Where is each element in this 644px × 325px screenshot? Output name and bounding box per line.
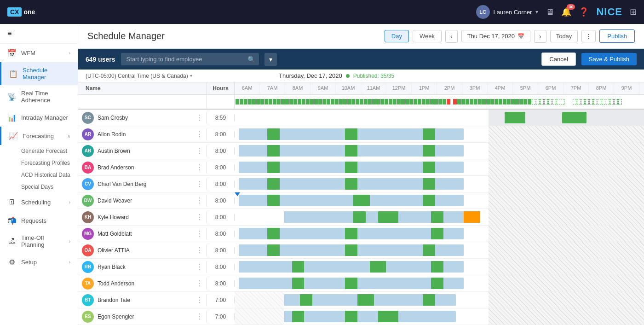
emp-dots-oa[interactable]: ⋮ [196,246,203,255]
tz-dropdown-arrow: ▾ [190,73,192,78]
employee-row-brandon-tate: BT Brandon Tate ⋮ 7:00 [78,292,644,308]
emp-dots-mg[interactable]: ⋮ [196,229,203,238]
emp-name-ba: Brad Anderson [98,164,192,171]
forecasting-arrow-icon: ∧ [67,133,70,139]
time-headers: 6AM 7AM 8AM 9AM 10AM 11AM 12PM 1PM 2PM 3… [235,82,644,94]
sidebar-item-time-off[interactable]: 🏖 Time-Off Planning › [0,230,78,253]
emp-dots-ta[interactable]: ⋮ [196,279,203,288]
save-publish-button[interactable]: Save & Publish [581,53,637,65]
avatar-sc: SC [82,112,94,124]
sidebar-sub-generate-forecast[interactable]: Generate Forecast [0,145,78,157]
sidebar-item-scheduling[interactable]: 🗓 Scheduling › [0,193,78,211]
emp-dots-ab[interactable]: ⋮ [196,146,203,155]
emp-timeline-ab [235,143,644,159]
sidebar-item-wfm[interactable]: 📅 WFM › [0,44,78,62]
coverage-bars [235,95,644,109]
content-area: Schedule Manager Day Week ‹ Thu Dec 17, … [78,24,644,325]
monitor-icon[interactable]: 🖥 [546,7,554,17]
calendar-icon: 📅 [518,33,524,40]
help-icon[interactable]: ❓ [579,7,589,17]
timezone-selector[interactable]: (UTC-05:00) Central Time (US & Canada) ▾ [86,73,279,79]
emp-dots-sam[interactable]: ⋮ [196,113,203,122]
emp-timeline-rb [235,259,644,275]
sidebar-item-intraday[interactable]: 📊 Intraday Manager [0,108,78,127]
top-navigation: CX one LC Lauren Corner ▾ 🖥 🔔 30 ❓ NICE … [0,0,644,24]
sidebar-item-forecasting[interactable]: 📈 Forecasting ∧ [0,127,78,145]
time-3pm: 3PM [462,82,488,94]
schedule-manager-icon: 📋 [9,69,18,78]
sidebar-label-setup: Setup [21,259,37,266]
sub-date-text: Thursday, Dec 17, 2020 [279,72,342,79]
user-menu[interactable]: LC Lauren Corner ▾ [476,5,539,19]
bell-icon[interactable]: 🔔 30 [561,7,571,17]
emp-dots-ar[interactable]: ⋮ [196,130,203,139]
prev-nav-button[interactable]: ‹ [445,30,458,43]
emp-dots-ba[interactable]: ⋮ [196,163,203,172]
emp-dots-bt[interactable]: ⋮ [196,296,203,304]
employee-row-austin-brown: AB Austin Brown ⋮ 8:00 [78,143,644,159]
emp-name-kh: Kyle Howard [98,214,192,221]
emp-dots-dw[interactable]: ⋮ [196,196,203,205]
emp-name-ab: Austin Brown [98,148,192,154]
emp-name-col-ab: AB Austin Brown ⋮ [78,145,207,157]
hamburger-menu[interactable]: ≡ [0,24,78,44]
sidebar-item-schedule-manager[interactable]: 📋 Schedule Manager [0,62,78,85]
published-dot [346,74,350,78]
time-7pm: 7PM [564,82,589,94]
scheduling-icon: 🗓 [7,197,17,207]
sidebar: ≡ 📅 WFM › 📋 Schedule Manager 📡 Real Time… [0,24,78,325]
emp-name-bt: Brandon Tate [98,297,192,303]
emp-timeline-bt [235,292,644,308]
schedule-area: 649 users 🔍 ▾ Cancel Save & Publish (UTC… [78,49,644,325]
timeline-wrapper[interactable]: (UTC-05:00) Central Time (US & Canada) ▾… [78,70,644,325]
emp-name-col-bt: BT Brandon Tate ⋮ [78,294,207,306]
setup-arrow-icon: › [69,260,70,265]
emp-timeline-ta [235,275,644,291]
next-nav-button[interactable]: › [534,30,546,43]
sidebar-label-time-off: Time-Off Planning [21,234,64,248]
employee-row-matt-goldblatt: MG Matt Goldblatt ⋮ 8:00 [78,226,644,242]
sidebar-item-setup[interactable]: ⚙ Setup › [0,253,78,271]
emp-hours-oa: 8:00 [207,247,235,254]
sidebar-sub-acd-historical[interactable]: ACD Historical Data [0,169,78,181]
publish-button[interactable]: Publish [599,29,635,43]
emp-dots-kh[interactable]: ⋮ [196,213,203,221]
emp-name-ar: Allon Rodin [98,131,192,138]
avatar-rb: RB [82,261,94,273]
sidebar-sub-special-days[interactable]: Special Days [0,181,78,193]
emp-hours-dw: 8:00 [207,197,235,204]
avatar-es: ES [82,311,94,323]
sidebar-item-real-time[interactable]: 📡 Real Time Adherence [0,85,78,108]
emp-dots-rb[interactable]: ⋮ [196,262,203,271]
emp-timeline-ar [235,126,644,142]
sidebar-sub-forecasting-profiles[interactable]: Forecasting Profiles [0,157,78,169]
emp-hours-sam: 8:59 [207,115,235,121]
sidebar-label-real-time: Real Time Adherence [21,90,70,104]
grid-icon[interactable]: ⊞ [630,7,637,17]
nav-left: CX one [7,7,35,17]
filter-button[interactable]: ▾ [264,53,277,66]
emp-hours-mg: 8:00 [207,231,235,237]
search-input[interactable] [121,53,259,65]
emp-dots-es[interactable]: ⋮ [196,312,203,321]
day-view-button[interactable]: Day [385,30,409,42]
sidebar-item-requests[interactable]: 📬 Requests [0,211,78,230]
emp-name-cv: Charl Van Den Berg [98,181,192,187]
week-view-button[interactable]: Week [413,30,442,42]
sam-block-1 [505,112,525,123]
emp-name-col-es: ES Egon Spengler ⋮ [78,311,207,323]
user-avatar: LC [476,5,490,19]
timeline-container: (UTC-05:00) Central Time (US & Canada) ▾… [78,70,644,325]
schedule-top-bar: 649 users 🔍 ▾ Cancel Save & Publish [78,49,644,70]
sam-block-2 [562,112,586,123]
emp-name-col-cv: CV Charl Van Den Berg ⋮ [78,178,207,190]
emp-name-col-mg: MG Matt Goldblatt ⋮ [78,228,207,240]
time-10am: 10AM [336,82,361,94]
nice-brand-logo: NICE [596,6,622,18]
today-button[interactable]: Today [550,30,578,42]
cancel-button[interactable]: Cancel [541,52,575,66]
more-options-button[interactable]: ⋮ [581,30,596,42]
logo-cx: CX [7,7,22,17]
emp-name-mg: Matt Goldblatt [98,231,192,237]
emp-dots-cv[interactable]: ⋮ [196,180,203,188]
